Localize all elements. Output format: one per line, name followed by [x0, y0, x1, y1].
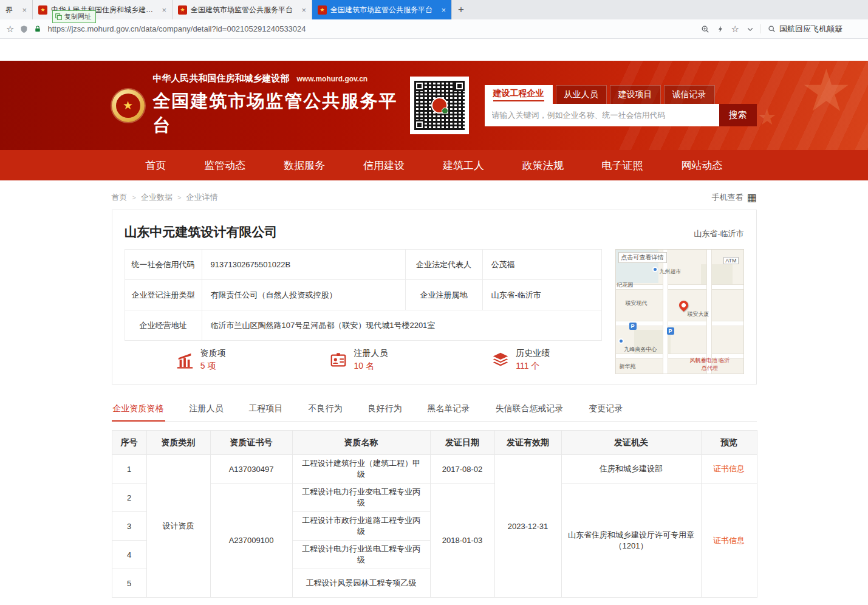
- tab-title: 界: [5, 5, 18, 15]
- cell-name: 工程设计建筑行业（建筑工程）甲级: [292, 455, 430, 484]
- close-icon[interactable]: ×: [162, 6, 166, 14]
- table-header-issue-date: 发证日期: [430, 431, 494, 455]
- cell-name: 工程设计电力行业变电工程专业丙级: [292, 484, 430, 512]
- flash-icon[interactable]: [717, 25, 724, 33]
- tab-qualifications[interactable]: 企业资质资格: [112, 398, 165, 422]
- cell-issue-date: 2017-08-02: [430, 455, 494, 484]
- national-emblem-icon: ★: [112, 89, 145, 122]
- nav-item-workers[interactable]: 建筑工人: [443, 159, 484, 173]
- stat-registered-personnel[interactable]: 注册人员 10 名: [329, 348, 388, 372]
- tab-strip: 界 × ★ 中华人民共和国住房和城乡建设部 × ★ 全国建筑市场监管公共服务平台…: [0, 0, 868, 19]
- map-label: ATM: [723, 257, 738, 264]
- breadcrumb: 首页 > 企业数据 > 企业详情 手机查看 ▦: [112, 191, 757, 203]
- close-icon[interactable]: ×: [441, 6, 446, 14]
- browser-tab[interactable]: ★ 全国建筑市场监管公共服务平台 ×: [173, 0, 312, 19]
- keyword-input[interactable]: [485, 104, 719, 126]
- table-header-preview: 预览: [701, 431, 757, 455]
- cell-name: 工程设计风景园林工程专项乙级: [292, 569, 430, 598]
- search-button[interactable]: 搜索: [719, 104, 757, 126]
- breadcrumb-link-company-data[interactable]: 企业数据: [141, 192, 173, 203]
- nav-item-site-news[interactable]: 网站动态: [681, 159, 722, 173]
- bookmark-star-icon[interactable]: ☆: [6, 24, 14, 35]
- badge-icon: [329, 351, 347, 369]
- close-icon[interactable]: ×: [22, 6, 27, 14]
- new-tab-button[interactable]: +: [452, 0, 470, 19]
- browser-tab-active[interactable]: ★ 全国建筑市场监管公共服务平台 ×: [312, 0, 452, 19]
- quick-search-input[interactable]: [779, 24, 858, 33]
- tooltip-text: 复制网址: [64, 12, 91, 21]
- table-header-issuer: 发证机关: [561, 431, 701, 455]
- search-tab-project[interactable]: 建设项目: [610, 85, 661, 104]
- tab-dishonesty-records[interactable]: 失信联合惩戒记录: [494, 398, 565, 421]
- table-header-category: 资质类别: [146, 431, 210, 455]
- detail-tabs: 企业资质资格 注册人员 工程项目 不良行为 良好行为 黑名单记录 失信联合惩戒记…: [112, 398, 757, 422]
- search-tab-credit[interactable]: 诚信记录: [664, 85, 715, 104]
- main-nav: 首页 监管动态 数据服务 信用建设 建筑工人 政策法规 电子证照 网站动态: [0, 150, 868, 180]
- search-tab-personnel[interactable]: 从业人员: [556, 85, 607, 104]
- nav-item-credit[interactable]: 信用建设: [363, 159, 405, 173]
- building-icon: [176, 351, 194, 369]
- nav-item-e-license[interactable]: 电子证照: [602, 159, 643, 173]
- tab-change-records[interactable]: 变更记录: [588, 398, 624, 421]
- zoom-icon[interactable]: [701, 25, 709, 33]
- address-bar-actions: ☆: [701, 24, 754, 35]
- map-label: 纪花园: [617, 281, 634, 289]
- tab-good-behavior[interactable]: 良好行为: [367, 398, 403, 421]
- header-search-area: 建设工程企业 从业人员 建设项目 诚信记录 搜索: [485, 85, 757, 126]
- table-header-name: 资质名称: [292, 431, 430, 455]
- cell-no: 5: [112, 569, 146, 598]
- address-bar: ☆ https://jzsc.mohurd.gov.cn/data/compan…: [0, 19, 868, 39]
- cell-category: 设计资质: [146, 455, 210, 598]
- cert-info-link[interactable]: 证书信息: [713, 536, 745, 545]
- qualification-table: 序号 资质类别 资质证书号 资质名称 发证日期 发证有效期 发证机关 预览 1 …: [112, 430, 757, 598]
- stat-qualifications[interactable]: 资质项 5 项: [176, 348, 226, 372]
- copy-icon: [55, 13, 62, 20]
- favorite-star-icon[interactable]: ☆: [731, 24, 739, 35]
- ministry-website: www.mohurd.gov.cn: [297, 75, 368, 83]
- cell-name: 工程设计电力行业送电工程专业丙级: [292, 541, 430, 569]
- cell-issue-date: 2018-01-03: [430, 484, 494, 598]
- site-titles: 中华人民共和国住房和城乡建设部 www.mohurd.gov.cn 全国建筑市场…: [153, 73, 410, 138]
- legal-rep-value: 公茂福: [482, 250, 601, 280]
- stat-label: 历史业绩: [516, 348, 550, 359]
- nav-item-home[interactable]: 首页: [146, 159, 166, 173]
- layers-icon: [491, 351, 510, 369]
- browser-tab[interactable]: 界 ×: [0, 0, 33, 19]
- cell-no: 3: [112, 512, 146, 541]
- tab-projects[interactable]: 工程项目: [248, 398, 284, 421]
- close-icon[interactable]: ×: [301, 6, 306, 14]
- map-label: 风帆蓄电池 临沂总代理: [689, 357, 731, 372]
- chevron-down-icon[interactable]: [747, 26, 754, 33]
- table-header-cert-no: 资质证书号: [210, 431, 292, 455]
- map-thumbnail[interactable]: 点击可查看详情 九州超市 ATM 纪花园 联安现代 联安大厦 九峰商务中心 新华…: [615, 249, 744, 374]
- quick-search-box[interactable]: [760, 24, 862, 33]
- nav-item-policy[interactable]: 政策法规: [522, 159, 564, 173]
- page-info-shield-icon[interactable]: [20, 25, 28, 33]
- map-pin-icon: [677, 299, 689, 312]
- copy-url-tooltip: 复制网址: [52, 10, 96, 23]
- company-card: 山东中元建筑设计有限公司 山东省-临沂市 统一社会信用代码 9137130267…: [112, 210, 757, 385]
- search-tab-enterprise[interactable]: 建设工程企业: [485, 85, 553, 104]
- cell-issuer: 山东省住房和城乡建设厅许可专用章（1201）: [561, 484, 701, 598]
- qr-grid-icon[interactable]: ▦: [747, 193, 756, 203]
- cell-cert-no: A137030497: [210, 455, 292, 484]
- site-favicon-icon: ★: [178, 5, 187, 15]
- parking-icon: P: [667, 327, 674, 335]
- map-label: 联安大厦: [688, 310, 709, 318]
- cell-name: 工程设计市政行业道路工程专业丙级: [292, 512, 430, 541]
- ministry-name: 中华人民共和国住房和城乡建设部: [153, 73, 290, 84]
- tab-title: 全国建筑市场监管公共服务平台: [191, 5, 298, 15]
- url-text[interactable]: https://jzsc.mohurd.gov.cn/data/company/…: [47, 24, 694, 33]
- mobile-view-label[interactable]: 手机查看: [711, 192, 743, 203]
- nav-item-data-service[interactable]: 数据服务: [284, 159, 325, 173]
- decorative-star-icon: ★: [757, 104, 777, 130]
- reg-type-label: 企业登记注册类型: [125, 280, 202, 310]
- cert-info-link[interactable]: 证书信息: [713, 464, 745, 473]
- breadcrumb-separator: >: [132, 194, 136, 201]
- tab-blacklist[interactable]: 黑名单记录: [426, 398, 471, 421]
- nav-item-supervision[interactable]: 监管动态: [204, 159, 245, 173]
- tab-registered-personnel[interactable]: 注册人员: [188, 398, 225, 421]
- tab-bad-behavior[interactable]: 不良行为: [307, 398, 344, 421]
- breadcrumb-link-home[interactable]: 首页: [112, 192, 128, 203]
- stat-history-performance[interactable]: 历史业绩 111 个: [491, 348, 550, 372]
